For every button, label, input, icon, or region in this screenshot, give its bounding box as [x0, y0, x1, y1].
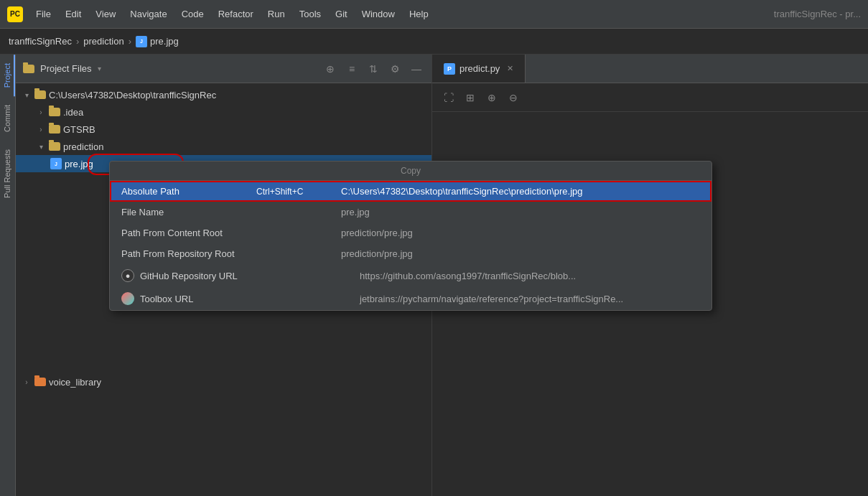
voice-library-folder-icon	[34, 378, 46, 386]
file-name-label: File Name	[121, 207, 251, 217]
toolbar-expand-icon[interactable]: ⛶	[441, 90, 457, 106]
menu-run[interactable]: Run	[262, 6, 291, 22]
content-root-value: prediction/pre.jpg	[341, 228, 431, 238]
gtsrb-folder-icon	[49, 125, 60, 134]
github-icon: ●	[121, 269, 134, 282]
left-sidebar-tabs: Project Commit Pull Requests	[0, 55, 16, 496]
breadcrumb-middle[interactable]: prediction	[83, 36, 123, 47]
sidebar-tab-commit[interactable]: Commit	[0, 96, 15, 141]
menu-view[interactable]: View	[90, 6, 121, 22]
toolbox-icon	[121, 292, 134, 305]
toolbox-url-label: Toolbox URL	[140, 294, 269, 304]
tree-item-gtsrb[interactable]: › GTSRB	[16, 121, 431, 138]
gtsrb-label: GTSRB	[63, 124, 95, 135]
panel-collapse-icon[interactable]: ≡	[344, 61, 360, 77]
absolute-path-shortcut: Ctrl+Shift+C	[256, 187, 335, 197]
menu-bar: File Edit View Navigate Code Refactor Ru…	[30, 6, 774, 22]
context-menu-repo-root[interactable]: Path From Repository Root prediction/pre…	[110, 243, 431, 264]
root-folder-label: C:\Users\47382\Desktop\tranfficSignRec	[49, 90, 216, 100]
folder-icon-header	[23, 65, 34, 73]
prediction-toggle[interactable]: ▾	[36, 141, 46, 151]
prediction-label: prediction	[63, 141, 103, 152]
gtsrb-toggle[interactable]: ›	[36, 124, 46, 134]
prediction-folder-icon	[49, 142, 60, 151]
pre-jpg-label: pre.jpg	[65, 159, 93, 169]
panel-minimize-icon[interactable]: —	[409, 61, 424, 77]
root-toggle[interactable]: ▾	[22, 90, 32, 100]
context-menu-content-root[interactable]: Path From Content Root prediction/pre.jp…	[110, 223, 431, 243]
voice-library-label: voice_library	[49, 377, 101, 388]
editor-tab-label: predict.py	[459, 63, 500, 74]
repo-root-label: Path From Repository Root	[121, 248, 251, 259]
tab-close-icon[interactable]: ✕	[507, 64, 513, 73]
idea-toggle[interactable]: ›	[36, 107, 46, 117]
github-url-label: GitHub Repository URL	[140, 271, 269, 281]
toolbar-grid-icon[interactable]: ⊞	[462, 90, 478, 106]
app-logo: PC	[7, 6, 23, 22]
context-menu-file-name[interactable]: File Name pre.jpg	[110, 202, 431, 223]
panel-expand-icon[interactable]: ⇅	[365, 61, 381, 77]
jpg-file-icon: J	[50, 158, 62, 169]
panel-dropdown-icon[interactable]: ▾	[98, 65, 101, 72]
menu-window[interactable]: Window	[356, 6, 401, 22]
tree-item-idea[interactable]: › .idea	[16, 103, 431, 121]
panel-settings-icon[interactable]: ⚙	[387, 61, 403, 77]
panel-header: Project Files ▾ ⊕ ≡ ⇅ ⚙ —	[16, 55, 431, 83]
panel-locate-icon[interactable]: ⊕	[322, 61, 338, 77]
menu-git[interactable]: Git	[330, 6, 353, 22]
toolbox-url-value: jetbrains://pycharm/navigate/reference?p…	[360, 294, 431, 304]
breadcrumb-root[interactable]: tranfficSignRec	[9, 36, 72, 47]
window-title: tranfficSignRec - pr...	[774, 9, 861, 19]
root-folder-icon	[34, 90, 46, 99]
tree-content: ▾ C:\Users\47382\Desktop\tranfficSignRec…	[16, 83, 431, 496]
content-root-label: Path From Content Root	[121, 228, 251, 238]
main-layout: Project Commit Pull Requests Project Fil…	[0, 55, 868, 496]
breadcrumb: tranfficSignRec › prediction › J pre.jpg	[0, 29, 868, 55]
toolbar-plus-icon[interactable]: ⊕	[484, 90, 500, 106]
toolbar-minus-icon[interactable]: ⊖	[505, 90, 521, 106]
breadcrumb-filename[interactable]: pre.jpg	[150, 36, 179, 47]
context-menu-toolbox-url[interactable]: Toolbox URL jetbrains://pycharm/navigate…	[110, 287, 431, 310]
sidebar-tab-pull-requests[interactable]: Pull Requests	[0, 141, 15, 207]
menu-tools[interactable]: Tools	[294, 6, 327, 22]
menu-navigate[interactable]: Navigate	[124, 6, 172, 22]
editor-tab-bar: P predict.py ✕	[432, 55, 868, 83]
idea-folder-icon	[49, 108, 60, 116]
context-menu: Copy Absolute Path Ctrl+Shift+C C:\Users…	[109, 161, 431, 311]
absolute-path-value: C:\Users\47382\Desktop\tranfficSignRec\p…	[341, 186, 431, 197]
menu-help[interactable]: Help	[403, 6, 434, 22]
panel-title: Project Files	[40, 63, 92, 74]
file-tree-panel: Project Files ▾ ⊕ ≡ ⇅ ⚙ — ▾ C:\Users\473…	[16, 55, 432, 496]
context-menu-absolute-path[interactable]: Absolute Path Ctrl+Shift+C C:\Users\4738…	[110, 181, 431, 202]
tree-root-item[interactable]: ▾ C:\Users\47382\Desktop\tranfficSignRec	[16, 86, 431, 103]
python-file-icon: P	[444, 63, 455, 75]
editor-tab-predict[interactable]: P predict.py ✕	[432, 55, 526, 83]
menu-file[interactable]: File	[30, 6, 57, 22]
file-name-value: pre.jpg	[341, 207, 431, 217]
file-icon: J	[136, 36, 147, 47]
breadcrumb-file[interactable]: J pre.jpg	[136, 36, 179, 47]
tree-item-prediction[interactable]: ▾ prediction	[16, 138, 431, 155]
menu-refactor[interactable]: Refactor	[213, 6, 259, 22]
context-menu-github-url[interactable]: ● GitHub Repository URL https://github.c…	[110, 264, 431, 287]
title-bar: PC File Edit View Navigate Code Refactor…	[0, 0, 868, 29]
menu-edit[interactable]: Edit	[60, 6, 87, 22]
breadcrumb-sep-2: ›	[129, 36, 131, 47]
idea-label: .idea	[63, 107, 83, 118]
menu-code[interactable]: Code	[176, 6, 210, 22]
absolute-path-label: Absolute Path	[121, 186, 251, 197]
tree-item-voice-library[interactable]: › voice_library	[16, 373, 431, 390]
repo-root-value: prediction/pre.jpg	[341, 248, 431, 259]
context-menu-header: Copy	[110, 162, 431, 181]
editor-toolbar: ⛶ ⊞ ⊕ ⊖	[432, 83, 868, 112]
voice-library-toggle[interactable]: ›	[22, 377, 32, 387]
sidebar-tab-project[interactable]: Project	[0, 55, 15, 96]
github-url-value: https://github.com/asong1997/tranfficSig…	[360, 271, 431, 281]
breadcrumb-sep-1: ›	[76, 36, 79, 47]
